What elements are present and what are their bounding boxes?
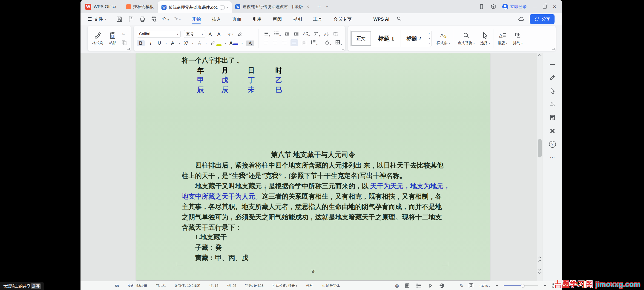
section-title[interactable]: 第八节 地支藏干与人元司令 <box>136 150 490 159</box>
increase-indent-icon[interactable] <box>293 31 299 37</box>
next-page-icon[interactable] <box>537 268 542 274</box>
mobile-view-icon[interactable] <box>478 4 484 10</box>
pillar-stem-row[interactable]: 甲 戊 丁 乙 <box>182 75 456 85</box>
italic-button[interactable]: I <box>148 41 154 46</box>
strikethrough-button[interactable]: A <box>170 41 176 46</box>
doc-line[interactable]: 地支中所藏之天干为人元。这三者的关系既有相生，又有相克，既有相扶，又有相制，各 <box>182 191 456 202</box>
highlight-color-button[interactable] <box>210 40 222 47</box>
char-grid-icon[interactable] <box>333 31 339 37</box>
border-button[interactable]: ▾ <box>335 39 342 46</box>
shrink-font-button[interactable]: A⁻ <box>217 31 223 37</box>
text-direction-button[interactable]: ▾ <box>302 31 310 38</box>
fit-page-icon[interactable] <box>469 283 473 288</box>
print-preview-icon[interactable] <box>150 16 157 23</box>
tab-list-chevron-icon[interactable]: ▾ <box>324 5 330 8</box>
missing-font-warning[interactable]: ⚠缺失字体 <box>322 283 340 288</box>
doc-line[interactable]: 四柱排出后，紧接着将柱中四个地支所含藏的人元排列出 来，以日柱天干去比较其他 <box>182 160 456 171</box>
doc-line[interactable]: 将一个八字排出了 。 <box>182 55 456 66</box>
vertical-scrollbar[interactable] <box>537 53 542 281</box>
proofread[interactable]: 校对 <box>306 283 313 288</box>
wps-ai-button[interactable]: WPS AI <box>366 16 390 22</box>
pointer-icon[interactable] <box>548 87 556 95</box>
paste-button[interactable]: 粘贴 <box>106 32 119 46</box>
tab-member[interactable]: 会员专享 <box>328 13 357 25</box>
share-button[interactable]: 分享 <box>530 14 554 24</box>
tab-view[interactable]: 视图 <box>287 13 308 25</box>
pillar-branch-row[interactable]: 辰 辰 未 巳 <box>182 85 456 95</box>
style-scroll-down-icon[interactable]: ▾ <box>428 37 430 40</box>
doc-line[interactable]: 地支藏干又叫地支藏元，是根据命学中所称三元而来的，以 天干为天元，地支为地元， <box>182 181 456 191</box>
search-button[interactable] <box>396 16 402 23</box>
tab-page[interactable]: 页面 <box>226 13 247 25</box>
align-left-icon[interactable] <box>263 40 269 46</box>
tab-document-2[interactable]: W 道教纯五行传统命理教材--甲辰版 ✕ <box>232 0 314 13</box>
style-heading1[interactable]: 标题 1 <box>372 30 401 47</box>
underline-button[interactable]: U <box>157 41 162 46</box>
doc-line[interactable]: 寅藏：甲、丙、戊 <box>182 253 456 263</box>
font-name-select[interactable]: Calibri ▾ <box>137 31 180 38</box>
zoom-in-icon[interactable]: + <box>544 283 546 288</box>
help-icon[interactable]: ? <box>548 140 556 148</box>
export-pdf-icon[interactable] <box>128 16 134 23</box>
zoom-slider-knob[interactable] <box>521 284 525 288</box>
format-painter-button[interactable]: 格式刷 <box>90 32 106 46</box>
style-normal[interactable]: 正文 <box>350 30 372 47</box>
decrease-indent-icon[interactable] <box>284 31 290 37</box>
scrollbar-thumb[interactable] <box>538 139 542 157</box>
align-center-icon[interactable] <box>272 40 278 46</box>
char-shading-button[interactable]: A <box>246 41 254 46</box>
tab-document-active[interactable]: W 传统命理零基础班课件.doc • <box>158 2 232 13</box>
tab-home[interactable]: 开始 <box>186 13 206 25</box>
style-set-button[interactable]: 样式集 ▾ <box>434 32 453 46</box>
justify-button[interactable] <box>290 39 298 46</box>
sort-icon[interactable] <box>324 31 330 37</box>
tab-docer-templates[interactable]: 找稻壳模板 <box>122 0 158 13</box>
login-button[interactable]: 立即登录 <box>502 4 527 10</box>
style-heading2[interactable]: 标题 2 <box>400 30 427 47</box>
shading-button[interactable]: ▾ <box>324 39 332 46</box>
redo-button[interactable]: ↷ ▾ <box>174 16 181 22</box>
doc-line[interactable]: 含藏天干五行录下： <box>182 222 456 233</box>
restore-button[interactable] <box>543 5 547 9</box>
focus-mode-icon[interactable]: ◎ <box>395 283 399 288</box>
grow-font-button[interactable]: A⁺ <box>208 31 214 37</box>
line-spacing-button[interactable]: ▾ <box>310 39 318 46</box>
align-right-icon[interactable] <box>281 40 287 46</box>
notes-calculator-icon[interactable] <box>548 114 556 122</box>
bullets-button[interactable]: ▾ <box>263 31 270 38</box>
text-effect-button[interactable]: A <box>197 41 202 46</box>
doc-line[interactable]: 子藏：癸 <box>182 242 456 253</box>
undo-button[interactable]: ↶ ▾ <box>162 16 169 22</box>
font-size-select[interactable]: 五号 ▾ <box>184 30 206 38</box>
tab-wps-home[interactable]: W WPS Office <box>80 0 122 13</box>
document-page[interactable]: 将一个八字排出了 。 年 月 日 时 甲 戊 丁 乙 辰 <box>136 53 490 280</box>
stereo-cube-icon[interactable] <box>490 4 496 10</box>
read-mode-icon[interactable] <box>427 283 433 288</box>
wrap-button[interactable]: ▾ <box>313 31 320 38</box>
annotate-pen-icon[interactable] <box>548 74 556 82</box>
word-count[interactable]: 字数: 94323 <box>245 283 264 288</box>
tab-insert[interactable]: 插入 <box>206 13 226 25</box>
superscript-button[interactable]: X² <box>183 41 189 46</box>
font-color-button[interactable]: A <box>229 41 238 46</box>
tools-icon[interactable] <box>548 127 556 135</box>
collapse-rail-icon[interactable]: — <box>548 60 556 68</box>
arrange-button[interactable]: 排列 ▾ <box>510 32 525 46</box>
page-jump[interactable]: 58 <box>115 284 119 288</box>
clear-format-icon[interactable] <box>237 31 243 37</box>
print-icon[interactable] <box>139 16 146 23</box>
close-tab-icon[interactable]: ✕ <box>305 4 310 10</box>
copy-icon[interactable] <box>121 40 127 46</box>
zoom-slider[interactable] <box>504 285 538 286</box>
style-gallery-expand-icon[interactable]: ▿ <box>428 42 430 45</box>
previous-page-icon[interactable] <box>537 257 542 263</box>
scroll-up-icon[interactable] <box>537 54 542 58</box>
new-tab-icon[interactable]: + <box>314 3 324 10</box>
distribute-icon[interactable] <box>301 40 307 46</box>
bold-button[interactable]: B <box>137 40 145 46</box>
doc-sub-heading[interactable]: 1.地支藏干 <box>182 232 456 242</box>
comment-icon[interactable] <box>220 6 224 10</box>
file-menu[interactable]: ☰ 文件 ▾ <box>86 16 108 22</box>
styles-dialog-launcher-icon[interactable] <box>552 48 554 50</box>
style-scroll-up-icon[interactable]: ▴ <box>428 32 430 35</box>
